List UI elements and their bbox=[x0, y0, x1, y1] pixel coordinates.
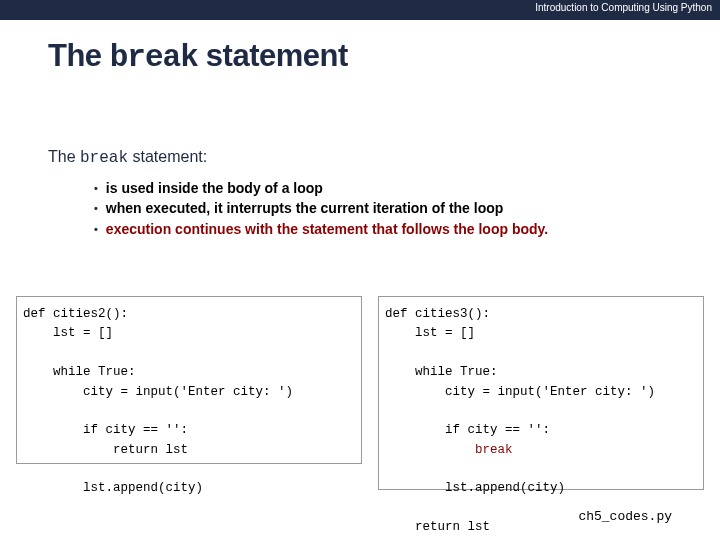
title-pre: The bbox=[48, 38, 110, 73]
code-line: def cities3(): bbox=[385, 307, 490, 321]
top-bar: Introduction to Computing Using Python bbox=[0, 0, 720, 20]
title-keyword: break bbox=[110, 40, 198, 75]
bullet-dot-icon: • bbox=[94, 219, 98, 239]
title-post: statement bbox=[198, 38, 348, 73]
code-line: lst.append(city) bbox=[23, 481, 203, 495]
code-block-right: def cities3(): lst = [] while True: city… bbox=[378, 296, 704, 490]
bullet-list: • is used inside the body of a loop • wh… bbox=[94, 178, 548, 239]
break-keyword: break bbox=[475, 443, 513, 457]
code-line bbox=[385, 443, 475, 457]
source-filename: ch5_codes.py bbox=[578, 509, 672, 524]
code-line: city = input('Enter city: ') bbox=[385, 385, 655, 399]
code-line: if city == '': bbox=[385, 423, 550, 437]
bullet-text: when executed, it interrupts the current… bbox=[106, 198, 503, 218]
course-title: Introduction to Computing Using Python bbox=[535, 2, 712, 13]
bullet-text: is used inside the body of a loop bbox=[106, 178, 323, 198]
bullet-item: • execution continues with the statement… bbox=[94, 219, 548, 239]
code-line: lst.append(city) bbox=[385, 481, 565, 495]
code-line: lst = [] bbox=[23, 326, 113, 340]
bullet-item: • is used inside the body of a loop bbox=[94, 178, 548, 198]
code-line: if city == '': bbox=[23, 423, 188, 437]
code-line: while True: bbox=[23, 365, 136, 379]
subtitle-keyword: break bbox=[80, 149, 128, 167]
bullet-dot-icon: • bbox=[94, 198, 98, 218]
slide: Introduction to Computing Using Python T… bbox=[0, 0, 720, 540]
slide-title: The break statement bbox=[48, 38, 348, 75]
code-line: return lst bbox=[23, 443, 188, 457]
subtitle: The break statement: bbox=[48, 148, 207, 167]
bullet-text-highlight: execution continues with the statement t… bbox=[106, 219, 548, 239]
code-line: while True: bbox=[385, 365, 498, 379]
bullet-item: • when executed, it interrupts the curre… bbox=[94, 198, 548, 218]
bullet-dot-icon: • bbox=[94, 178, 98, 198]
code-line: city = input('Enter city: ') bbox=[23, 385, 293, 399]
subtitle-post: statement: bbox=[128, 148, 207, 165]
code-line: return lst bbox=[385, 520, 490, 534]
code-line: def cities2(): bbox=[23, 307, 128, 321]
code-block-left: def cities2(): lst = [] while True: city… bbox=[16, 296, 362, 464]
code-line: lst = [] bbox=[385, 326, 475, 340]
subtitle-pre: The bbox=[48, 148, 80, 165]
